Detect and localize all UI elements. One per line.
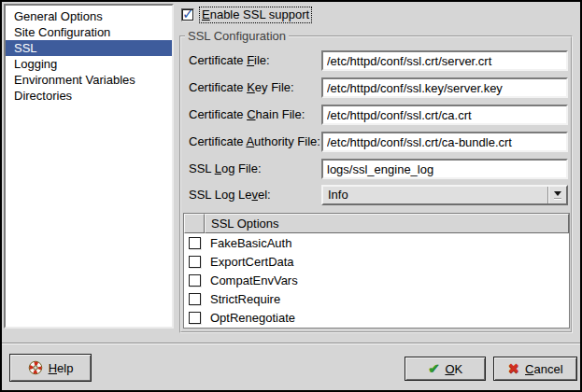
sidebar-item-general-options[interactable]: General Options	[6, 8, 172, 24]
cancel-button[interactable]: ✖ Cancel	[493, 357, 577, 381]
option-checkbox[interactable]	[189, 293, 201, 305]
certificate-file-label: Certificate File:	[189, 50, 270, 71]
certificate-authority-file-label: Certificate Authority File:	[189, 132, 320, 152]
checkmark-icon: ✓	[182, 6, 194, 22]
sidebar-item-logging[interactable]: Logging	[6, 56, 172, 72]
option-label: CompatEnvVars	[210, 273, 298, 287]
ok-button[interactable]: ✔ OK	[405, 357, 486, 381]
help-button[interactable]: Help	[9, 354, 92, 382]
certificate-file-input[interactable]	[321, 50, 568, 71]
ssl-options-column-header: SSL Options	[205, 214, 569, 233]
option-checkbox[interactable]	[189, 237, 201, 249]
option-checkbox[interactable]	[189, 274, 201, 287]
certificate-key-file-input[interactable]	[321, 77, 568, 98]
dropdown-arrow-bar	[554, 198, 561, 200]
enable-ssl-checkbox[interactable]: ✓	[181, 8, 194, 21]
option-checkbox[interactable]	[189, 256, 201, 268]
table-row[interactable]: FakeBasicAuth	[184, 233, 569, 252]
table-row[interactable]: ExportCertData	[184, 252, 569, 271]
certificate-key-file-label: Certificate Key File:	[189, 77, 294, 98]
option-checkbox[interactable]	[189, 312, 201, 324]
check-icon: ✔	[428, 360, 440, 377]
option-label: ExportCertData	[210, 255, 294, 269]
category-list: General Options Site Configuration SSL L…	[4, 4, 174, 329]
ssl-log-level-select[interactable]: Info	[321, 185, 568, 205]
sidebar-item-environment-variables[interactable]: Environment Variables	[6, 72, 172, 88]
help-label: Help	[49, 361, 74, 375]
certificate-chain-file-label: Certificate Chain File:	[189, 105, 305, 125]
option-label: OptRenegotiate	[210, 311, 295, 325]
sidebar-item-directories[interactable]: Directories	[6, 88, 172, 104]
ssl-configuration-frame: SSL Configuration Certificate File: Cert…	[179, 35, 573, 333]
ssl-options-table: SSL Options FakeBasicAuth ExportCertData…	[183, 213, 570, 329]
frame-title: SSL Configuration	[185, 29, 289, 43]
httpd-ssl-config-window: General Options Site Configuration SSL L…	[0, 0, 582, 392]
ssl-log-file-label: SSL Log File:	[189, 159, 262, 179]
separator	[2, 343, 580, 344]
table-row[interactable]: OptRenegotiate	[184, 308, 569, 327]
ssl-log-file-input[interactable]	[321, 159, 568, 179]
table-row[interactable]: StrictRequire	[184, 289, 569, 308]
ok-label: OK	[445, 362, 462, 376]
option-label: StrictRequire	[210, 292, 280, 306]
sidebar-item-ssl[interactable]: SSL	[6, 40, 172, 56]
ssl-log-level-label: SSL Log Level:	[189, 185, 271, 205]
enable-ssl-label: Enable SSL support	[199, 7, 312, 23]
certificate-chain-file-input[interactable]	[321, 105, 568, 125]
lifebuoy-icon	[28, 360, 43, 375]
option-label: FakeBasicAuth	[210, 236, 291, 250]
x-icon: ✖	[507, 360, 519, 377]
table-row[interactable]: CompatEnvVars	[184, 271, 569, 289]
chevron-down-icon	[554, 191, 561, 196]
enable-ssl-row: ✓ Enable SSL support	[181, 7, 312, 23]
table-header-row: SSL Options	[184, 214, 569, 233]
sidebar-item-site-configuration[interactable]: Site Configuration	[6, 24, 172, 40]
dropdown-arrow-icon	[547, 187, 566, 203]
table-body: FakeBasicAuth ExportCertData CompatEnvVa…	[184, 233, 569, 327]
checkbox-column-header	[184, 214, 205, 233]
ssl-log-level-value: Info	[323, 187, 547, 203]
cancel-label: Cancel	[525, 362, 562, 376]
certificate-authority-file-input[interactable]	[321, 132, 568, 152]
